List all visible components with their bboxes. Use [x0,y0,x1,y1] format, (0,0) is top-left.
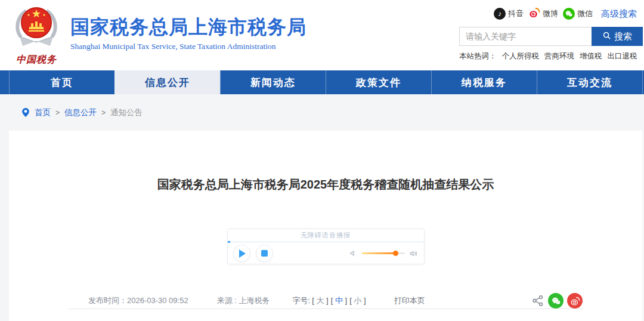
site-title-block: 国家税务总局上海市税务局 Shanghai Municipal Tax Serv… [70,17,306,51]
nav-item-news[interactable]: 新闻动态 [220,70,326,94]
tax-emblem-icon [12,42,61,52]
share-buttons [531,293,583,308]
article-title: 国家税务总局上海市税务局2025年度税务稽查随机抽查结果公示 [69,176,583,193]
main-nav: 首页 信息公开 新闻动态 政策文件 纳税服务 互动交流 [0,70,644,94]
hot-word-link[interactable]: 个人所得税 [502,51,540,61]
source-value: 上海税务 [239,296,270,305]
hot-words-label: 本站热词： [459,51,497,61]
site-header: 中国税务 国家税务总局上海市税务局 Shanghai Municipal Tax… [0,0,644,70]
font-size-control: 字号: [ 大 ] [ 中 ] [ 小 ] [293,295,367,306]
nav-item-tax-service[interactable]: 纳税服务 [431,70,537,94]
article-meta: 发布时间：2026-03-30 09:52 来源 : 上海税务 字号: [ 大 … [69,293,583,308]
font-size-large[interactable]: [ 大 ] [311,295,329,306]
location-pin-icon [21,107,30,118]
share-wechat-button[interactable] [548,293,564,308]
breadcrumb-home[interactable]: 首页 [35,107,51,118]
hot-word-link[interactable]: 出口退税 [608,51,637,61]
weibo-link[interactable]: 微博 [528,7,558,21]
share-nodes-icon[interactable] [531,294,544,307]
douyin-icon: ♪ [494,8,506,20]
share-weibo-button[interactable] [567,293,583,308]
search-bar: 搜索 [459,27,643,46]
play-button[interactable] [233,245,250,262]
weibo-icon [528,7,540,21]
hot-words: 本站热词： 个人所得税 营商环境 增值税 出口退税 [459,51,643,61]
header-right: ♪ 抖音 微博 [459,7,643,61]
search-button[interactable]: 搜索 [592,27,643,46]
article-source: 来源 : 上海税务 [217,295,270,306]
site-subtitle: Shanghai Municipal Tax Service, State Ta… [70,42,306,51]
font-size-medium[interactable]: [ 中 ] [330,295,348,306]
play-icon [239,249,246,258]
social-links: ♪ 抖音 微博 [459,7,643,20]
player-seek-bar[interactable] [228,242,424,242]
font-size-label: 字号: [293,295,311,306]
advanced-search-link[interactable]: 高级搜索 [601,8,637,20]
publish-time: 发布时间：2026-03-30 09:52 [88,295,188,306]
breadcrumb-separator: > [55,109,60,117]
nav-item-info-disclosure[interactable]: 信息公开 [114,70,220,94]
volume-low-icon [349,249,358,258]
stop-button[interactable] [256,245,273,262]
wechat-link[interactable]: 微信 [563,8,593,20]
weibo-share-icon [570,296,580,306]
player-progress [228,241,230,243]
article-card: 国家税务总局上海市税务局2025年度税务稽查随机抽查结果公示 无障碍语音播报 [9,131,642,321]
logo-caption: 中国税务 [11,54,62,66]
hot-word-link[interactable]: 增值税 [580,51,602,61]
search-icon [602,31,611,42]
nav-item-policy[interactable]: 政策文件 [326,70,431,94]
breadcrumb-separator: > [101,109,106,117]
search-input[interactable] [459,27,592,46]
volume-controls [349,249,419,258]
accessibility-audio-player: 无障碍语音播报 [227,229,425,264]
breadcrumb-info-disclosure[interactable]: 信息公开 [64,107,97,118]
volume-high-icon [409,249,419,258]
meta-divider [69,308,583,309]
hot-word-link[interactable]: 营商环境 [544,51,574,61]
nav-item-home[interactable]: 首页 [9,70,114,94]
volume-fill [362,252,395,254]
source-label: 来源 : [217,296,239,305]
publish-time-value: 2026-03-30 09:52 [127,296,188,305]
font-size-small[interactable]: [ 小 ] [349,295,367,306]
player-controls [228,242,424,264]
volume-slider[interactable] [362,252,405,254]
publish-time-label: 发布时间： [88,296,127,305]
wechat-icon [563,8,575,20]
player-title: 无障碍语音播报 [228,229,424,242]
site-title: 国家税务总局上海市税务局 [70,17,306,38]
douyin-link[interactable]: ♪ 抖音 [494,8,524,20]
nav-item-interaction[interactable]: 互动交流 [537,70,643,94]
print-page-button[interactable]: 打印本页 [394,295,425,306]
site-branding: 中国税务 国家税务总局上海市税务局 Shanghai Municipal Tax… [11,5,306,66]
breadcrumb: 首页 > 信息公开 > 通知公告 [0,94,644,131]
volume-handle[interactable] [393,251,398,256]
stop-icon [261,250,268,257]
breadcrumb-current: 通知公告 [110,107,143,118]
wechat-share-icon [551,296,561,306]
site-logo: 中国税务 [11,5,62,66]
